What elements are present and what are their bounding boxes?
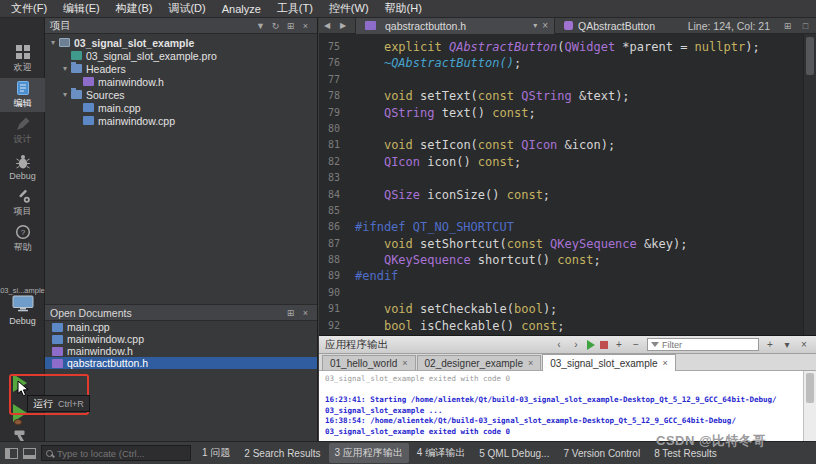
output-tab[interactable]: 02_designer_example× xyxy=(417,355,542,370)
menu-item[interactable]: 调试(D) xyxy=(161,0,212,17)
line-number[interactable]: 85 xyxy=(319,203,345,219)
cppfile-icon xyxy=(83,103,94,112)
line-number[interactable]: 77 xyxy=(319,72,345,88)
code-editor[interactable]: 75 explicit QAbstractButton(QWidget *par… xyxy=(319,34,816,335)
symbol-selector[interactable]: QAbstractButton xyxy=(555,20,664,32)
forward-icon[interactable]: ▶ xyxy=(335,21,351,30)
menu-item[interactable]: Analyze xyxy=(215,2,268,16)
split-icon[interactable]: ⊞ xyxy=(780,21,795,31)
output-pane-button[interactable]: 3 应用程序输出 xyxy=(329,443,409,463)
menu-item[interactable]: 构建(B) xyxy=(109,0,160,17)
mode-help[interactable]: ? 帮助 xyxy=(0,222,45,256)
tree-item[interactable]: ▾03_signal_slot_example xyxy=(45,36,317,49)
line-number[interactable]: 92 xyxy=(319,318,345,334)
rerun-icon[interactable] xyxy=(587,340,595,350)
mode-projects[interactable]: 项目 xyxy=(0,186,45,220)
menu-item[interactable]: 帮助(H) xyxy=(378,0,429,17)
output-tab[interactable]: 03_signal_slot_example× xyxy=(542,354,676,371)
chevron-down-icon[interactable]: ▾ xyxy=(781,339,793,350)
open-documents-list: main.cppmainwindow.cppmainwindow.hqabstr… xyxy=(45,321,317,369)
menu-item[interactable]: 控件(W) xyxy=(322,0,376,17)
close-icon[interactable]: × xyxy=(798,339,810,350)
expander-icon[interactable]: ▾ xyxy=(60,64,70,73)
prev-item-icon[interactable]: ‹ xyxy=(553,339,565,350)
line-number[interactable]: 76 xyxy=(319,55,345,71)
line-number[interactable]: 90 xyxy=(319,285,345,301)
toggle-bottombar-icon[interactable] xyxy=(23,448,36,459)
output-pane-button[interactable]: 5 QML Debug... xyxy=(473,445,555,462)
line-number[interactable]: 83 xyxy=(319,170,345,186)
mode-design[interactable]: 设计 xyxy=(0,114,45,148)
line-number[interactable]: 86 xyxy=(319,219,345,235)
split-icon[interactable]: ⊞ xyxy=(284,21,297,31)
output-pane-button[interactable]: 4 编译输出 xyxy=(411,443,471,463)
line-number[interactable]: 75 xyxy=(319,39,345,55)
line-number[interactable]: 81 xyxy=(319,137,345,153)
zoom-in-icon[interactable]: + xyxy=(613,339,625,350)
expander-icon[interactable]: ▾ xyxy=(60,90,70,99)
tree-item[interactable]: mainwindow.h xyxy=(45,75,317,88)
tree-item[interactable]: ▾Sources xyxy=(45,88,317,101)
filter-input[interactable] xyxy=(662,340,755,350)
scrollbar-thumb[interactable] xyxy=(806,373,814,403)
output-scrollbar[interactable] xyxy=(803,371,816,441)
open-document-item[interactable]: mainwindow.h xyxy=(45,345,317,357)
toggle-sidebar-icon[interactable] xyxy=(5,448,18,459)
output-pane-button[interactable]: 2 Search Results xyxy=(238,445,326,462)
tree-item-label: main.cpp xyxy=(98,102,141,114)
line-number[interactable]: 78 xyxy=(319,88,345,104)
tree-item[interactable]: 03_signal_slot_example.pro xyxy=(45,49,317,62)
menu-item[interactable]: 编辑(E) xyxy=(56,0,107,17)
close-icon[interactable]: × xyxy=(528,358,533,368)
zoom-out-icon[interactable]: − xyxy=(630,339,642,350)
editor-file-tab[interactable]: qabstractbutton.h ▾ × xyxy=(355,18,555,34)
next-item-icon[interactable]: › xyxy=(570,339,582,350)
line-number[interactable]: 79 xyxy=(319,105,345,121)
line-number[interactable]: 84 xyxy=(319,187,345,203)
close-icon[interactable]: × xyxy=(299,21,312,31)
output-tab[interactable]: 01_hello_world× xyxy=(322,355,416,370)
edit-icon xyxy=(15,80,31,96)
line-number[interactable]: 91 xyxy=(319,301,345,317)
mode-debug[interactable]: Debug xyxy=(0,150,45,184)
sync-icon[interactable]: ↻ xyxy=(269,21,282,31)
open-document-item[interactable]: mainwindow.cpp xyxy=(45,333,317,345)
locator-input[interactable] xyxy=(57,448,186,459)
menu-item[interactable]: 文件(F) xyxy=(4,0,54,17)
mode-welcome[interactable]: 欢迎 xyxy=(0,42,45,76)
detach-icon[interactable]: □ xyxy=(798,21,813,31)
mode-edit[interactable]: 编辑 xyxy=(0,78,45,112)
line-number[interactable]: 89 xyxy=(319,268,345,284)
close-icon[interactable]: × xyxy=(542,20,548,31)
editor-scrollbar[interactable] xyxy=(803,34,816,335)
filter-icon[interactable]: ▼ xyxy=(254,21,267,31)
output-pane-button[interactable]: 7 Version Control xyxy=(557,445,646,462)
close-icon[interactable]: × xyxy=(402,358,407,368)
expander-icon[interactable]: ▾ xyxy=(48,38,58,47)
line-number[interactable]: 88 xyxy=(319,252,345,268)
back-icon[interactable]: ◀ xyxy=(319,21,335,30)
open-document-item[interactable]: main.cpp xyxy=(45,321,317,333)
tree-item[interactable]: main.cpp xyxy=(45,101,317,114)
split-icon[interactable]: ⊞ xyxy=(284,308,297,318)
chevron-down-icon[interactable]: ▾ xyxy=(533,21,537,30)
add-output-icon[interactable]: + xyxy=(764,339,776,350)
line-number[interactable]: 82 xyxy=(319,154,345,170)
filter-box[interactable] xyxy=(647,338,759,351)
tree-item[interactable]: mainwindow.cpp xyxy=(45,114,317,127)
stop-icon[interactable] xyxy=(600,341,608,349)
kit-selector[interactable]: 03_si...ample Debug xyxy=(0,286,45,326)
scrollbar-thumb[interactable] xyxy=(806,37,814,75)
monitor-icon xyxy=(12,295,34,312)
code-line: 87 void setShortcut(const QKeySequence &… xyxy=(319,236,816,252)
output-pane-button[interactable]: 1 问题 xyxy=(196,443,236,463)
menu-item[interactable]: 工具(T) xyxy=(270,0,320,17)
locator[interactable] xyxy=(41,445,191,461)
tree-item[interactable]: ▾Headers xyxy=(45,62,317,75)
line-number[interactable]: 87 xyxy=(319,236,345,252)
close-icon[interactable]: × xyxy=(299,308,312,318)
line-number[interactable]: 80 xyxy=(319,121,345,137)
close-icon[interactable]: × xyxy=(663,358,668,368)
open-document-label: mainwindow.cpp xyxy=(67,333,144,345)
open-document-item[interactable]: qabstractbutton.h xyxy=(45,357,317,369)
